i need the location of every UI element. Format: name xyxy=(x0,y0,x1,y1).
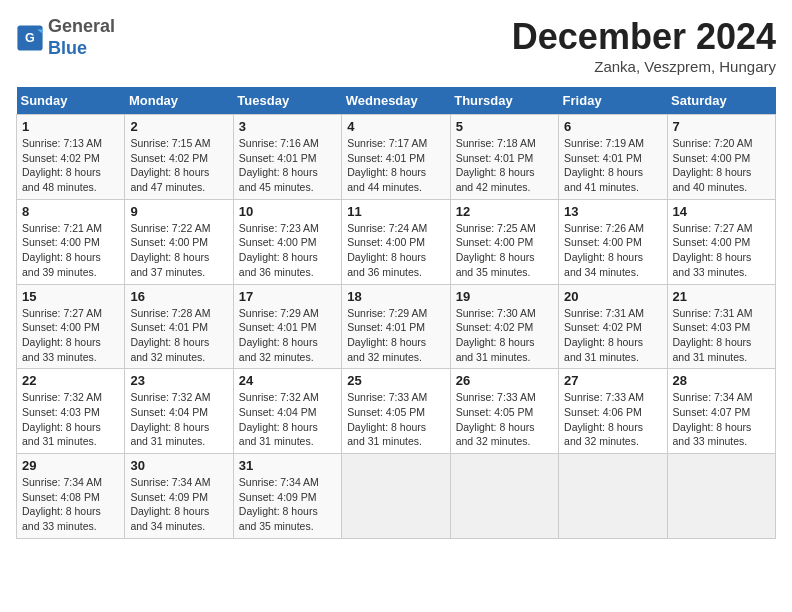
day-info: Sunrise: 7:34 AM Sunset: 4:07 PM Dayligh… xyxy=(673,390,770,449)
calendar-cell-8: 8Sunrise: 7:21 AM Sunset: 4:00 PM Daylig… xyxy=(17,199,125,284)
day-number: 23 xyxy=(130,373,227,388)
calendar-cell-2: 2Sunrise: 7:15 AM Sunset: 4:02 PM Daylig… xyxy=(125,115,233,200)
calendar-cell-30: 30Sunrise: 7:34 AM Sunset: 4:09 PM Dayli… xyxy=(125,454,233,539)
day-info: Sunrise: 7:33 AM Sunset: 4:05 PM Dayligh… xyxy=(347,390,444,449)
weekday-header-tuesday: Tuesday xyxy=(233,87,341,115)
calendar-week-row: 1Sunrise: 7:13 AM Sunset: 4:02 PM Daylig… xyxy=(17,115,776,200)
day-number: 22 xyxy=(22,373,119,388)
weekday-header-row: SundayMondayTuesdayWednesdayThursdayFrid… xyxy=(17,87,776,115)
day-info: Sunrise: 7:31 AM Sunset: 4:03 PM Dayligh… xyxy=(673,306,770,365)
day-number: 15 xyxy=(22,289,119,304)
logo-icon: G xyxy=(16,24,44,52)
logo-blue: Blue xyxy=(48,38,87,58)
day-info: Sunrise: 7:33 AM Sunset: 4:05 PM Dayligh… xyxy=(456,390,553,449)
day-info: Sunrise: 7:25 AM Sunset: 4:00 PM Dayligh… xyxy=(456,221,553,280)
empty-cell xyxy=(450,454,558,539)
day-number: 19 xyxy=(456,289,553,304)
weekday-header-sunday: Sunday xyxy=(17,87,125,115)
empty-cell xyxy=(667,454,775,539)
day-number: 21 xyxy=(673,289,770,304)
svg-text:G: G xyxy=(25,31,35,45)
day-info: Sunrise: 7:31 AM Sunset: 4:02 PM Dayligh… xyxy=(564,306,661,365)
logo-text: General Blue xyxy=(48,16,115,59)
day-info: Sunrise: 7:27 AM Sunset: 4:00 PM Dayligh… xyxy=(22,306,119,365)
calendar-cell-31: 31Sunrise: 7:34 AM Sunset: 4:09 PM Dayli… xyxy=(233,454,341,539)
month-title: December 2024 xyxy=(512,16,776,58)
weekday-header-wednesday: Wednesday xyxy=(342,87,450,115)
calendar-cell-19: 19Sunrise: 7:30 AM Sunset: 4:02 PM Dayli… xyxy=(450,284,558,369)
calendar-cell-24: 24Sunrise: 7:32 AM Sunset: 4:04 PM Dayli… xyxy=(233,369,341,454)
calendar-cell-29: 29Sunrise: 7:34 AM Sunset: 4:08 PM Dayli… xyxy=(17,454,125,539)
day-info: Sunrise: 7:34 AM Sunset: 4:09 PM Dayligh… xyxy=(130,475,227,534)
calendar-cell-22: 22Sunrise: 7:32 AM Sunset: 4:03 PM Dayli… xyxy=(17,369,125,454)
weekday-header-friday: Friday xyxy=(559,87,667,115)
day-info: Sunrise: 7:22 AM Sunset: 4:00 PM Dayligh… xyxy=(130,221,227,280)
calendar-cell-23: 23Sunrise: 7:32 AM Sunset: 4:04 PM Dayli… xyxy=(125,369,233,454)
calendar-cell-16: 16Sunrise: 7:28 AM Sunset: 4:01 PM Dayli… xyxy=(125,284,233,369)
day-info: Sunrise: 7:15 AM Sunset: 4:02 PM Dayligh… xyxy=(130,136,227,195)
day-number: 5 xyxy=(456,119,553,134)
calendar-cell-5: 5Sunrise: 7:18 AM Sunset: 4:01 PM Daylig… xyxy=(450,115,558,200)
day-info: Sunrise: 7:17 AM Sunset: 4:01 PM Dayligh… xyxy=(347,136,444,195)
day-info: Sunrise: 7:29 AM Sunset: 4:01 PM Dayligh… xyxy=(347,306,444,365)
day-info: Sunrise: 7:34 AM Sunset: 4:09 PM Dayligh… xyxy=(239,475,336,534)
calendar-cell-7: 7Sunrise: 7:20 AM Sunset: 4:00 PM Daylig… xyxy=(667,115,775,200)
title-block: December 2024 Zanka, Veszprem, Hungary xyxy=(512,16,776,75)
day-number: 4 xyxy=(347,119,444,134)
calendar-cell-12: 12Sunrise: 7:25 AM Sunset: 4:00 PM Dayli… xyxy=(450,199,558,284)
day-info: Sunrise: 7:19 AM Sunset: 4:01 PM Dayligh… xyxy=(564,136,661,195)
location-subtitle: Zanka, Veszprem, Hungary xyxy=(512,58,776,75)
day-number: 2 xyxy=(130,119,227,134)
weekday-header-monday: Monday xyxy=(125,87,233,115)
calendar-cell-14: 14Sunrise: 7:27 AM Sunset: 4:00 PM Dayli… xyxy=(667,199,775,284)
day-info: Sunrise: 7:29 AM Sunset: 4:01 PM Dayligh… xyxy=(239,306,336,365)
day-number: 8 xyxy=(22,204,119,219)
day-info: Sunrise: 7:28 AM Sunset: 4:01 PM Dayligh… xyxy=(130,306,227,365)
calendar-table: SundayMondayTuesdayWednesdayThursdayFrid… xyxy=(16,87,776,539)
day-number: 10 xyxy=(239,204,336,219)
logo: G General Blue xyxy=(16,16,115,59)
day-info: Sunrise: 7:26 AM Sunset: 4:00 PM Dayligh… xyxy=(564,221,661,280)
day-number: 25 xyxy=(347,373,444,388)
page-header: G General Blue December 2024 Zanka, Vesz… xyxy=(16,16,776,75)
day-info: Sunrise: 7:24 AM Sunset: 4:00 PM Dayligh… xyxy=(347,221,444,280)
day-number: 30 xyxy=(130,458,227,473)
calendar-week-row: 29Sunrise: 7:34 AM Sunset: 4:08 PM Dayli… xyxy=(17,454,776,539)
day-info: Sunrise: 7:32 AM Sunset: 4:04 PM Dayligh… xyxy=(239,390,336,449)
day-number: 12 xyxy=(456,204,553,219)
day-info: Sunrise: 7:18 AM Sunset: 4:01 PM Dayligh… xyxy=(456,136,553,195)
day-info: Sunrise: 7:27 AM Sunset: 4:00 PM Dayligh… xyxy=(673,221,770,280)
day-info: Sunrise: 7:23 AM Sunset: 4:00 PM Dayligh… xyxy=(239,221,336,280)
calendar-week-row: 22Sunrise: 7:32 AM Sunset: 4:03 PM Dayli… xyxy=(17,369,776,454)
day-number: 17 xyxy=(239,289,336,304)
day-number: 13 xyxy=(564,204,661,219)
calendar-cell-10: 10Sunrise: 7:23 AM Sunset: 4:00 PM Dayli… xyxy=(233,199,341,284)
calendar-week-row: 15Sunrise: 7:27 AM Sunset: 4:00 PM Dayli… xyxy=(17,284,776,369)
day-info: Sunrise: 7:34 AM Sunset: 4:08 PM Dayligh… xyxy=(22,475,119,534)
calendar-week-row: 8Sunrise: 7:21 AM Sunset: 4:00 PM Daylig… xyxy=(17,199,776,284)
day-number: 24 xyxy=(239,373,336,388)
day-info: Sunrise: 7:33 AM Sunset: 4:06 PM Dayligh… xyxy=(564,390,661,449)
day-number: 16 xyxy=(130,289,227,304)
calendar-cell-17: 17Sunrise: 7:29 AM Sunset: 4:01 PM Dayli… xyxy=(233,284,341,369)
weekday-header-saturday: Saturday xyxy=(667,87,775,115)
day-number: 18 xyxy=(347,289,444,304)
day-info: Sunrise: 7:21 AM Sunset: 4:00 PM Dayligh… xyxy=(22,221,119,280)
calendar-cell-21: 21Sunrise: 7:31 AM Sunset: 4:03 PM Dayli… xyxy=(667,284,775,369)
calendar-cell-26: 26Sunrise: 7:33 AM Sunset: 4:05 PM Dayli… xyxy=(450,369,558,454)
day-number: 3 xyxy=(239,119,336,134)
day-info: Sunrise: 7:20 AM Sunset: 4:00 PM Dayligh… xyxy=(673,136,770,195)
calendar-cell-28: 28Sunrise: 7:34 AM Sunset: 4:07 PM Dayli… xyxy=(667,369,775,454)
day-number: 26 xyxy=(456,373,553,388)
calendar-cell-1: 1Sunrise: 7:13 AM Sunset: 4:02 PM Daylig… xyxy=(17,115,125,200)
calendar-cell-3: 3Sunrise: 7:16 AM Sunset: 4:01 PM Daylig… xyxy=(233,115,341,200)
calendar-cell-25: 25Sunrise: 7:33 AM Sunset: 4:05 PM Dayli… xyxy=(342,369,450,454)
day-number: 20 xyxy=(564,289,661,304)
calendar-cell-20: 20Sunrise: 7:31 AM Sunset: 4:02 PM Dayli… xyxy=(559,284,667,369)
day-info: Sunrise: 7:32 AM Sunset: 4:04 PM Dayligh… xyxy=(130,390,227,449)
calendar-cell-4: 4Sunrise: 7:17 AM Sunset: 4:01 PM Daylig… xyxy=(342,115,450,200)
calendar-cell-9: 9Sunrise: 7:22 AM Sunset: 4:00 PM Daylig… xyxy=(125,199,233,284)
day-number: 29 xyxy=(22,458,119,473)
day-number: 1 xyxy=(22,119,119,134)
empty-cell xyxy=(559,454,667,539)
